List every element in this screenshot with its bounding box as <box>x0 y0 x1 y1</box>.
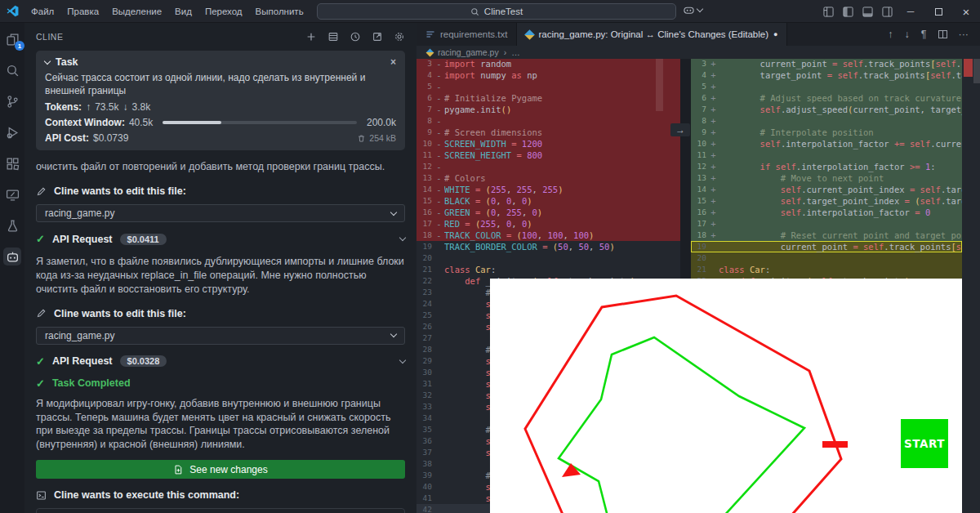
tab-racing-game-diff[interactable]: racing_game.py: Original ↔ Cline's Chang… <box>517 23 787 46</box>
code-line: 19TRACK_BORDER_COLOR = (50, 50, 50) <box>416 241 680 252</box>
toggle-panel-icon[interactable] <box>858 0 877 23</box>
window-close-button[interactable]: × <box>952 0 980 23</box>
api-request-cost-2: $0.0328 <box>120 355 167 367</box>
next-change-icon[interactable]: ↓ <box>905 29 910 40</box>
api-request-row-2[interactable]: ✓ API Request $0.0328 <box>36 355 405 368</box>
explorer-icon[interactable]: 1 <box>3 30 21 48</box>
file-dropdown-2[interactable]: racing_game.py <box>36 327 405 345</box>
new-task-icon[interactable] <box>305 31 317 42</box>
outer-track-line <box>525 296 841 513</box>
window-minimize-button[interactable]: ─ <box>897 0 924 23</box>
see-new-changes-button[interactable]: See new changes <box>36 460 405 479</box>
code-line: 16+ self.interpolation_factor = 0 <box>691 207 962 218</box>
code-line: 10-SCREEN_WIDTH = 1200 <box>416 138 680 149</box>
file-dropdown-1-value: racing_game.py <box>45 207 114 219</box>
breadcrumb[interactable]: racing_game.py › … <box>416 46 980 59</box>
task-description: Сейчас трасса состоит из одной линии, на… <box>45 72 396 97</box>
python-file-icon <box>426 48 434 56</box>
api-request-row-1[interactable]: ✓ API Request $0.0411 <box>36 233 405 245</box>
run-debug-icon[interactable] <box>3 123 21 141</box>
split-editor-icon[interactable] <box>938 30 947 38</box>
start-button[interactable]: START <box>901 419 948 468</box>
settings-gear-icon[interactable] <box>394 31 405 42</box>
command-center-search[interactable]: ClineTest <box>317 3 676 20</box>
check-icon: ✓ <box>36 233 45 245</box>
tokens-out-value: 3.8k <box>131 101 150 113</box>
menu-edit[interactable]: Правка <box>61 4 105 19</box>
toggle-sidebar-icon[interactable] <box>838 0 858 23</box>
modified-dot-icon[interactable]: ● <box>773 30 777 38</box>
explorer-badge: 1 <box>15 41 24 51</box>
edit-pencil-icon <box>36 186 47 197</box>
code-line: 11-SCREEN_HEIGHT = 800 <box>416 149 680 161</box>
minimap[interactable] <box>962 46 980 513</box>
menu-file[interactable]: Файл <box>25 4 60 19</box>
execute-command-label: Cline wants to execute this command: <box>54 489 239 501</box>
previous-change-icon[interactable]: ↑ <box>888 29 893 40</box>
context-progress-bar <box>163 121 357 124</box>
editor-tab-bar: requirements.txt racing_game.py: Origina… <box>416 23 980 46</box>
minimap-change-marker <box>964 59 973 77</box>
menu-view[interactable]: Вид <box>169 4 198 19</box>
edit-file-label: Cline wants to edit this file: <box>54 185 186 197</box>
more-actions-icon[interactable]: ··· <box>959 29 969 40</box>
code-line: 12+ if self.interpolation_factor >= 1: <box>691 161 962 172</box>
extensions-icon[interactable] <box>3 154 21 172</box>
search-sidebar-icon[interactable] <box>3 61 21 79</box>
code-line: 18+ # Reset current point and target poi… <box>691 230 962 241</box>
api-cost-label: API Cost: <box>45 132 89 144</box>
source-control-icon[interactable] <box>3 92 21 110</box>
command-box[interactable]: python racing_game.py Command Output <box>36 508 405 513</box>
context-used-value: 40.5k <box>129 117 153 128</box>
tokens-in-value: 73.5k <box>95 101 118 113</box>
menu-selection[interactable]: Выделение <box>106 4 167 19</box>
text-file-icon <box>425 29 435 39</box>
code-line: 5+ <box>691 81 962 92</box>
code-line: 10+ self.interpolation_factor += self.cu… <box>691 138 962 149</box>
whitespace-toggle-icon[interactable]: ¶ <box>921 29 927 40</box>
testing-icon[interactable] <box>3 216 21 234</box>
see-new-changes-label: See new changes <box>189 464 267 475</box>
open-in-editor-icon[interactable] <box>372 31 383 42</box>
task-storage-size: 254 kB <box>369 133 396 143</box>
code-line: 13+ # Move to next point <box>691 172 962 184</box>
code-line: 14-WHITE = (255, 255, 255) <box>416 184 680 195</box>
code-line: 9+ # Interpolate position <box>691 127 962 138</box>
finish-line-marker <box>822 441 848 448</box>
code-line: 20 <box>691 252 962 264</box>
edit-file-label: Cline wants to edit this file: <box>54 308 186 319</box>
copilot-button[interactable] <box>683 4 702 16</box>
cline-extension-icon[interactable] <box>3 248 21 265</box>
api-request-label-2: API Request <box>52 355 113 367</box>
chevron-down-icon <box>390 208 397 215</box>
code-line: 15-BLACK = (0, 0, 0) <box>416 195 680 207</box>
delete-task-icon[interactable] <box>357 134 366 143</box>
code-line: 14+ self.current_point_index = self.targ… <box>691 184 962 195</box>
mcp-servers-icon[interactable] <box>327 31 339 42</box>
chevron-down-icon <box>399 356 406 363</box>
remote-explorer-icon[interactable] <box>3 185 21 203</box>
window-maximize-button[interactable] <box>924 0 952 23</box>
toggle-secondary-sidebar-icon[interactable] <box>877 0 897 23</box>
chevron-down-icon <box>390 331 397 337</box>
file-dropdown-2-value: racing_game.py <box>45 330 114 341</box>
tokens-up-icon: ↑ <box>86 101 91 113</box>
check-icon: ✓ <box>36 355 45 368</box>
code-line: 3-import random <box>416 58 680 69</box>
code-line: 16-GREEN = (0, 255, 0) <box>416 207 680 218</box>
file-dropdown-1[interactable]: racing_game.py <box>36 204 405 222</box>
cline-sidebar: CLINE Task × Сейчас трасса состоит из од… <box>24 23 416 513</box>
menu-bar: Файл Правка Выделение Вид Переход Выполн… <box>25 4 332 19</box>
sidebar-title: CLINE <box>36 32 63 42</box>
tab-racing-game-label: racing_game.py: Original ↔ Cline's Chang… <box>538 29 768 39</box>
customize-layout-icon[interactable] <box>818 0 838 23</box>
task-collapse-icon[interactable] <box>44 57 51 64</box>
left-pane-scrollbar[interactable] <box>656 54 663 111</box>
diff-swap-arrow-icon[interactable]: → <box>670 123 690 136</box>
history-icon[interactable] <box>350 31 361 42</box>
menu-run[interactable]: Выполнить <box>250 4 310 19</box>
code-line: 21class Car: <box>416 264 680 275</box>
tab-requirements[interactable]: requirements.txt <box>416 23 517 46</box>
task-close-icon[interactable]: × <box>390 56 396 68</box>
menu-go[interactable]: Переход <box>199 4 248 19</box>
